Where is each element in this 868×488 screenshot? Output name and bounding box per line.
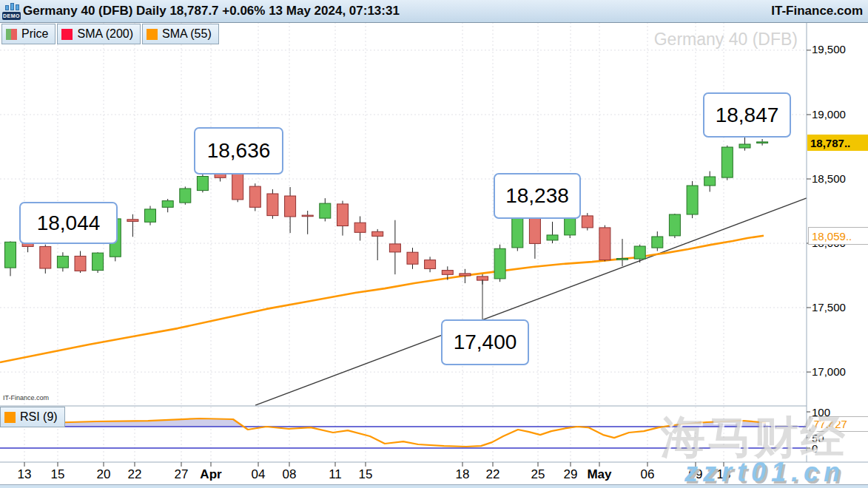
time-axis-label: 29 [564, 467, 578, 482]
mini-candles-icon [5, 3, 19, 10]
price-axis-label: 19,500 [812, 43, 846, 55]
time-axis-label: May [587, 467, 611, 482]
header-bar: DEMO Germany 40 (DFB) Daily 18,787.7 +0.… [0, 0, 868, 23]
time-axis-label: Apr [200, 467, 221, 482]
brand-link[interactable]: IT-Finance.com [771, 0, 863, 22]
last-price-tag: 18,787.. [807, 135, 868, 151]
legend-rsi[interactable]: RSI (9) [0, 407, 65, 427]
time-axis-label: 22 [128, 467, 142, 482]
legend-sma200-label: SMA (200) [77, 27, 133, 41]
time-axis-label: 22 [486, 467, 500, 482]
sma55-swatch-icon [147, 29, 158, 40]
time-axis-label: 06 [641, 467, 655, 482]
legend-price[interactable]: Price [1, 24, 55, 44]
price-legend: Price SMA (200) SMA (55) [1, 24, 219, 44]
time-axis-label: 20 [97, 467, 111, 482]
legend-price-label: Price [21, 27, 48, 41]
price-annotation[interactable]: 17,400 [441, 319, 529, 365]
time-axis-label: 13 [18, 467, 32, 482]
price-axis-label: 19,000 [812, 108, 846, 121]
price-annotation[interactable]: 18,636 [194, 127, 283, 174]
time-axis-label: 08 [283, 467, 297, 482]
rsi-legend: RSI (9) [0, 407, 65, 427]
time-axis-label: 15 [51, 467, 65, 482]
time-axis-label: 18 [456, 467, 470, 482]
legend-sma55[interactable]: SMA (55) [142, 24, 219, 44]
price-swatch-icon [6, 29, 17, 40]
rsi-swatch-icon [4, 412, 16, 423]
legend-sma200[interactable]: SMA (200) [57, 24, 141, 44]
demo-icon[interactable]: DEMO [2, 2, 21, 20]
chart-window: Germany 40 (DFB) DEMO Germany 40 (DFB) D… [0, 0, 868, 488]
price-axis-label: 18,500 [812, 172, 846, 185]
demo-badge: DEMO [2, 12, 21, 20]
price-annotation[interactable]: 18,044 [19, 202, 118, 244]
time-axis-label: 25 [531, 467, 545, 482]
price-annotation[interactable]: 18,847 [703, 92, 791, 138]
cn-site-watermark: zzrt01.cn [684, 457, 845, 488]
price-annotation[interactable]: 18,238 [494, 173, 581, 219]
time-axis-label: 04 [252, 467, 266, 482]
time-axis-label: 11 [329, 467, 342, 482]
itfinance-watermark: IT-Finance.com [3, 394, 49, 401]
price-axis-label: 17,500 [812, 301, 846, 314]
legend-sma55-label: SMA (55) [162, 27, 212, 41]
legend-rsi-label: RSI (9) [20, 410, 58, 424]
time-axis-label: 27 [175, 467, 189, 482]
time-axis-label: 15 [359, 467, 373, 482]
sma200-swatch-icon [61, 29, 73, 40]
price-axis-label: 17,000 [812, 365, 846, 378]
sma55-value-tag: 18,059.. [808, 227, 868, 245]
instrument-title: Germany 40 (DFB) Daily 18,787.7 +0.06% 1… [23, 0, 400, 22]
